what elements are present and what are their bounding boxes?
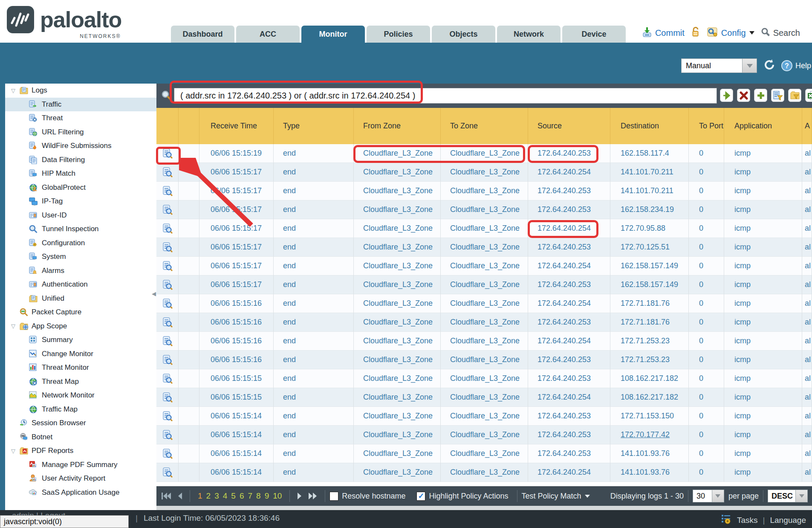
column-header-blank-1[interactable] xyxy=(179,108,199,144)
prev-page-button[interactable] xyxy=(177,492,183,500)
cell-destination[interactable]: 141.101.93.76 xyxy=(610,444,689,463)
sidebar-item-app-scope[interactable]: ▽App Scope xyxy=(5,319,156,334)
sidebar-item-packet-capture[interactable]: Packet Capture xyxy=(5,305,156,319)
column-header-to-port[interactable]: To Port xyxy=(689,108,724,144)
cell-destination[interactable]: 162.158.234.19 xyxy=(610,200,689,219)
per-page-select[interactable]: 30 xyxy=(693,490,724,502)
log-detail-button[interactable] xyxy=(156,276,179,294)
cell-destination[interactable]: 172.71.181.76 xyxy=(610,313,689,332)
log-detail-button[interactable] xyxy=(156,182,179,200)
column-header-source[interactable]: Source xyxy=(528,108,610,144)
log-detail-button[interactable] xyxy=(156,332,179,351)
test-policy-match-menu[interactable]: Test Policy Match xyxy=(522,492,590,501)
page-number-8[interactable]: 8 xyxy=(256,491,261,501)
log-detail-button[interactable] xyxy=(156,388,179,407)
tab-dashboard[interactable]: Dashboard xyxy=(171,26,234,43)
highlight-policy-checkbox[interactable]: ✓ Highlight Policy Actions xyxy=(416,492,508,501)
cell-destination[interactable]: 172.71.153.150 xyxy=(610,407,689,426)
saved-filters-button[interactable] xyxy=(788,89,801,102)
log-detail-button[interactable] xyxy=(156,369,179,388)
sidebar-item-manage-pdf-summary[interactable]: Manage PDF Summary xyxy=(5,458,156,472)
tab-monitor[interactable]: Monitor xyxy=(301,26,365,43)
tree-expander-icon[interactable]: ▽ xyxy=(10,448,16,454)
commit-button[interactable]: Commit xyxy=(642,26,685,40)
log-detail-button[interactable] xyxy=(156,407,179,426)
language-button[interactable]: Language xyxy=(770,516,806,525)
log-detail-button[interactable] xyxy=(156,351,179,369)
cell-destination[interactable]: 162.158.117.4 xyxy=(610,144,689,163)
sidebar-item-ip-tag[interactable]: IP-Tag xyxy=(5,194,156,209)
cell-destination[interactable]: 172.71.253.23 xyxy=(610,332,689,351)
sidebar-item-threat-monitor[interactable]: Threat Monitor xyxy=(5,361,156,375)
cell-destination[interactable]: 108.162.217.182 xyxy=(610,388,689,407)
tab-policies[interactable]: Policies xyxy=(367,26,430,43)
cell-destination[interactable]: 172.70.95.88 xyxy=(610,219,689,238)
column-header-type[interactable]: Type xyxy=(274,108,354,144)
tab-objects[interactable]: Objects xyxy=(432,26,495,43)
sidebar-item-authentication[interactable]: Authentication xyxy=(5,278,156,292)
page-number-9[interactable]: 9 xyxy=(265,491,269,501)
sidebar-item-session-browser[interactable]: Session Browser xyxy=(5,416,156,430)
tab-acc[interactable]: ACC xyxy=(236,26,300,43)
sidebar-item-saas-application-usage[interactable]: SaaS Application Usage xyxy=(5,486,156,500)
sidebar-item-user-activity-report[interactable]: User Activity Report xyxy=(5,472,156,486)
sidebar-item-traffic[interactable]: Traffic xyxy=(5,98,156,112)
cell-destination[interactable]: 141.101.70.211 xyxy=(610,163,689,182)
last-page-button[interactable] xyxy=(308,492,318,500)
sidebar-item-threat[interactable]: Threat xyxy=(5,111,156,125)
cell-destination[interactable]: 108.162.217.182 xyxy=(610,369,689,388)
log-detail-button[interactable] xyxy=(156,313,179,332)
column-header-to-zone[interactable]: To Zone xyxy=(441,108,528,144)
sidebar-collapse-handle[interactable]: ◂ xyxy=(152,288,156,299)
sidebar-item-user-id[interactable]: User-ID xyxy=(5,209,156,223)
log-detail-button[interactable] xyxy=(156,200,179,219)
tasks-button[interactable]: Tasks xyxy=(737,516,758,525)
config-menu[interactable]: Config xyxy=(707,26,754,40)
lock-button[interactable] xyxy=(691,26,701,40)
log-detail-button[interactable] xyxy=(156,463,179,482)
log-detail-button[interactable] xyxy=(156,163,179,182)
next-page-button[interactable] xyxy=(297,492,303,500)
cell-destination[interactable]: 172.71.181.76 xyxy=(610,294,689,313)
sidebar-item-hip-match[interactable]: HIP Match xyxy=(5,167,156,181)
sidebar-item-configuration[interactable]: Configuration xyxy=(5,236,156,250)
cell-destination[interactable]: 162.158.157.149 xyxy=(610,276,689,294)
page-number-3[interactable]: 3 xyxy=(214,491,219,501)
log-detail-button[interactable] xyxy=(156,257,179,276)
page-number-4[interactable]: 4 xyxy=(223,491,228,501)
export-button[interactable] xyxy=(805,89,812,102)
cell-destination[interactable]: 172.71.253.23 xyxy=(610,351,689,369)
column-header-a[interactable]: A xyxy=(802,108,812,144)
sidebar-item-botnet[interactable]: Botnet xyxy=(5,430,156,444)
sidebar-item-url-filtering[interactable]: URL Filtering xyxy=(5,125,156,139)
column-header-from-zone[interactable]: From Zone xyxy=(354,108,441,144)
filter-query-input[interactable] xyxy=(174,88,717,104)
sidebar-item-network-monitor[interactable]: Network Monitor xyxy=(5,389,156,403)
add-filter-button[interactable] xyxy=(754,89,767,102)
resolve-hostname-checkbox[interactable]: Resolve hostname xyxy=(329,492,405,501)
cell-destination[interactable]: 141.101.93.76 xyxy=(610,463,689,482)
sidebar-item-tunnel-inspection[interactable]: Tunnel Inspection xyxy=(5,222,156,236)
log-detail-button[interactable] xyxy=(156,238,179,257)
search-button[interactable]: Search xyxy=(760,27,800,39)
page-number-5[interactable]: 5 xyxy=(231,491,236,501)
log-detail-button[interactable] xyxy=(156,426,179,444)
page-number-10[interactable]: 10 xyxy=(273,491,282,501)
filter-builder-button[interactable] xyxy=(771,89,784,102)
sidebar-item-logs[interactable]: ▽Logs xyxy=(5,84,156,98)
log-detail-button[interactable] xyxy=(156,144,179,163)
page-number-6[interactable]: 6 xyxy=(240,491,244,501)
page-number-1[interactable]: 1 xyxy=(198,491,202,501)
log-detail-button[interactable] xyxy=(156,294,179,313)
tree-expander-icon[interactable]: ▽ xyxy=(10,323,16,329)
tab-device[interactable]: Device xyxy=(562,26,626,43)
column-header-blank-0[interactable] xyxy=(156,108,179,144)
sidebar-item-alarms[interactable]: Alarms xyxy=(5,264,156,278)
cell-destination[interactable]: 172.70.125.51 xyxy=(610,238,689,257)
sidebar-item-unified[interactable]: Unified xyxy=(5,292,156,306)
sidebar-item-wildfire-submissions[interactable]: WildFire Submissions xyxy=(5,139,156,153)
cell-destination[interactable]: 162.158.157.149 xyxy=(610,257,689,276)
clear-filter-button[interactable] xyxy=(737,89,750,102)
sidebar-item-summary[interactable]: Summary xyxy=(5,333,156,347)
page-number-2[interactable]: 2 xyxy=(206,491,211,501)
